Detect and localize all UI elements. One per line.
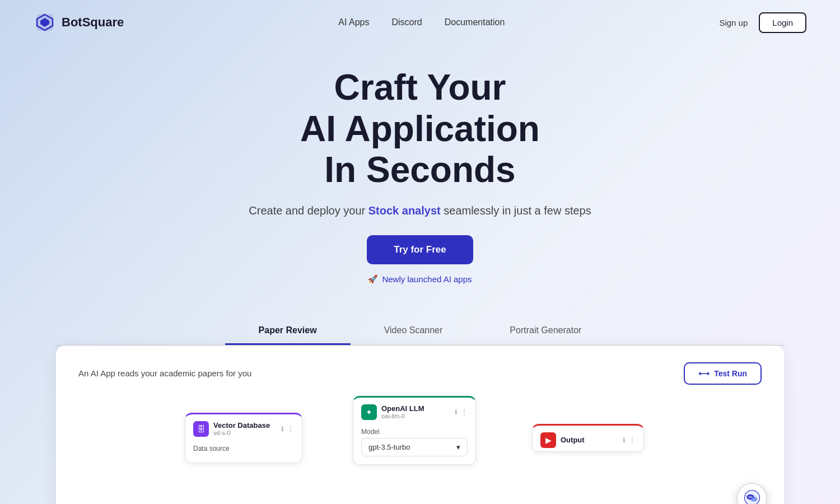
rocket-icon: 🚀 xyxy=(368,274,377,283)
subtitle-highlight: Stock analyst xyxy=(368,204,441,217)
tab-portrait-generator[interactable]: Portrait Generator xyxy=(476,318,615,345)
openai-node-actions: ℹ ⋮ xyxy=(455,408,468,416)
output-info-icon[interactable]: ℹ xyxy=(623,436,626,444)
wechat-icon xyxy=(744,489,760,504)
nav-links: AI Apps Discord Documentation xyxy=(338,17,505,27)
output-title-row: ▶ Output xyxy=(540,432,585,448)
newly-launched-link[interactable]: 🚀 Newly launched AI apps xyxy=(0,274,840,284)
subtitle-after: seamlessly in just a few steps xyxy=(441,204,591,217)
content-card: An AI App reads your academic papers for… xyxy=(56,346,784,504)
svg-point-7 xyxy=(750,497,751,498)
svg-point-10 xyxy=(754,499,755,500)
node-body: Data source xyxy=(185,440,302,463)
openai-title: OpenAI LLM xyxy=(381,404,424,413)
openai-info-icon[interactable]: ℹ xyxy=(455,408,458,416)
openai-subtitle: oai-llm-0 xyxy=(381,413,424,419)
hero-section: Craft Your AI Application In Seconds Cre… xyxy=(0,45,840,284)
model-value: gpt-3.5-turbo xyxy=(368,443,410,451)
hero-subtitle: Create and deploy your Stock analyst sea… xyxy=(0,204,840,217)
openai-node-body: Model gpt-3.5-turbo ▾ xyxy=(353,423,475,464)
login-button[interactable]: Login xyxy=(759,12,806,33)
openai-more-icon[interactable]: ⋮ xyxy=(461,408,468,416)
logo-icon xyxy=(34,11,56,34)
node-title: Vector Database xyxy=(213,421,270,430)
card-header: An AI App reads your academic papers for… xyxy=(78,362,762,385)
svg-point-9 xyxy=(752,499,753,500)
tabs-nav: Paper Review Video Scanner Portrait Gene… xyxy=(56,318,784,346)
navbar: BotSquare AI Apps Discord Documentation … xyxy=(0,0,840,45)
data-source-label: Data source xyxy=(193,445,294,452)
openai-node-header: ✦ OpenAI LLM oai-llm-0 ℹ ⋮ xyxy=(353,398,475,423)
sign-up-button[interactable]: Sign up xyxy=(719,18,748,27)
output-node: ▶ Output ℹ ⋮ xyxy=(532,424,644,452)
output-node-actions: ℹ ⋮ xyxy=(623,436,636,444)
nav-actions: Sign up Login xyxy=(719,12,806,33)
openai-llm-node: ✦ OpenAI LLM oai-llm-0 ℹ ⋮ Model gpt-3 xyxy=(353,396,476,465)
model-label: Model xyxy=(361,428,468,436)
svg-point-6 xyxy=(748,497,749,498)
subtitle-before: Create and deploy your xyxy=(249,204,368,217)
vector-database-node: 🗄 Vector Database vd-s-0 ℹ ⋮ Data source xyxy=(185,413,302,463)
tabs-section: Paper Review Video Scanner Portrait Gene… xyxy=(0,318,840,504)
model-select[interactable]: gpt-3.5-turbo ▾ xyxy=(361,438,468,456)
test-run-icon: ⟷ xyxy=(698,369,710,378)
openai-icon: ✦ xyxy=(361,404,377,420)
openai-title-group: OpenAI LLM oai-llm-0 xyxy=(381,404,424,419)
info-icon[interactable]: ℹ xyxy=(281,425,284,433)
chevron-down-icon: ▾ xyxy=(456,443,460,451)
output-node-header: ▶ Output ℹ ⋮ xyxy=(533,426,643,451)
output-title: Output xyxy=(561,436,585,444)
hero-line1: Craft Your xyxy=(334,67,506,108)
svg-point-8 xyxy=(751,497,752,498)
nav-ai-apps[interactable]: AI Apps xyxy=(338,17,369,27)
hero-heading: Craft Your AI Application In Seconds xyxy=(0,67,840,191)
hero-line3: In Seconds xyxy=(324,150,515,190)
hero-line2: AI Application xyxy=(300,109,540,149)
node-subtitle: vd-s-0 xyxy=(213,430,270,436)
openai-title-row: ✦ OpenAI LLM oai-llm-0 xyxy=(361,404,424,420)
vector-db-icon: 🗄 xyxy=(193,421,209,437)
card-description: An AI App reads your academic papers for… xyxy=(78,368,251,378)
logo[interactable]: BotSquare xyxy=(34,11,124,34)
brand-name: BotSquare xyxy=(62,15,124,30)
workflow-area: 🗄 Vector Database vd-s-0 ℹ ⋮ Data source xyxy=(78,396,762,504)
nav-discord[interactable]: Discord xyxy=(391,17,422,27)
node-title-group: Vector Database vd-s-0 xyxy=(213,421,270,436)
output-more-icon[interactable]: ⋮ xyxy=(629,436,636,444)
newly-launched-text: Newly launched AI apps xyxy=(382,274,472,284)
tab-paper-review[interactable]: Paper Review xyxy=(225,318,351,345)
tab-video-scanner[interactable]: Video Scanner xyxy=(351,318,477,345)
node-header: 🗄 Vector Database vd-s-0 ℹ ⋮ xyxy=(185,414,302,440)
node-actions: ℹ ⋮ xyxy=(281,425,294,433)
output-title-group: Output xyxy=(561,436,585,444)
test-run-button[interactable]: ⟷ Test Run xyxy=(684,362,762,385)
try-for-free-button[interactable]: Try for Free xyxy=(367,235,473,264)
test-run-label: Test Run xyxy=(714,369,747,378)
more-icon[interactable]: ⋮ xyxy=(287,425,294,433)
node-title-row: 🗄 Vector Database vd-s-0 xyxy=(193,421,270,437)
nav-documentation[interactable]: Documentation xyxy=(445,17,505,27)
output-icon: ▶ xyxy=(540,432,556,448)
